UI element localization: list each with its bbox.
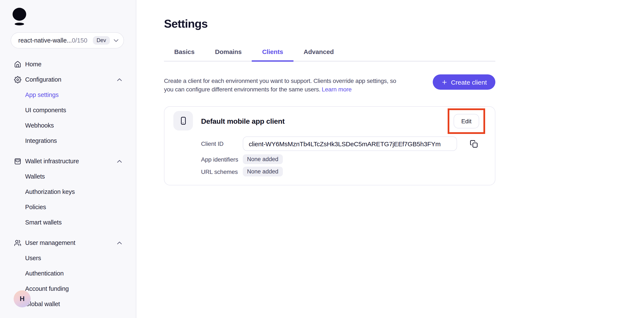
copy-button[interactable] xyxy=(470,140,478,148)
chevron-up-icon[interactable] xyxy=(117,78,122,81)
sidebar-item-webhooks[interactable]: Webhooks xyxy=(0,119,136,132)
clients-description: Create a client for each environment you… xyxy=(164,77,436,94)
app-identifiers-badge: None added xyxy=(243,154,282,164)
sidebar-item-label: Authentication xyxy=(25,270,64,277)
annotation-highlight-box: Edit xyxy=(448,108,485,134)
sidebar-item-label: Account funding xyxy=(25,285,69,292)
sidebar-item-label: Authorization keys xyxy=(25,188,75,195)
privy-logo xyxy=(12,8,27,26)
project-usage: 0/150 xyxy=(72,37,87,44)
url-schemes-row: URL schemes None added xyxy=(201,167,495,176)
create-client-button[interactable]: Create client xyxy=(433,74,495,90)
clients-intro: Create a client for each environment you… xyxy=(164,77,495,94)
sidebar-item-label: Wallets xyxy=(25,173,45,180)
description-line-2: you can configure different environments… xyxy=(164,86,320,92)
user-avatar[interactable]: H xyxy=(14,290,31,307)
sidebar-item-integrations[interactable]: Integrations xyxy=(0,134,136,147)
edit-button[interactable]: Edit xyxy=(454,114,479,128)
tab-domains[interactable]: Domains xyxy=(205,44,252,62)
sidebar-item-label: Home xyxy=(25,61,42,68)
client-card-head: Default mobile app client xyxy=(164,107,495,131)
sidebar-item-wallet-infrastructure[interactable]: Wallet infrastructure xyxy=(0,155,136,167)
client-fields: Client ID App identifiers xyxy=(201,137,495,176)
sidebar-item-ui-components[interactable]: UI components xyxy=(0,104,136,117)
client-id-input[interactable] xyxy=(243,137,457,151)
sidebar-item-smart-wallets[interactable]: Smart wallets xyxy=(0,216,136,229)
sidebar-item-label: Wallet infrastructure xyxy=(25,158,79,164)
home-icon xyxy=(14,61,21,68)
description-line-1: Create a client for each environment you… xyxy=(164,77,396,84)
sidebar-item-label: Webhooks xyxy=(25,122,54,129)
sidebar-item-label: Configuration xyxy=(25,76,61,83)
sidebar-item-user-management[interactable]: User management xyxy=(0,236,136,249)
sidebar-item-authentication[interactable]: Authentication xyxy=(0,267,136,280)
url-schemes-badge: None added xyxy=(243,167,282,176)
sidebar-item-authorization-keys[interactable]: Authorization keys xyxy=(0,185,136,198)
create-client-label: Create client xyxy=(451,78,487,86)
client-id-row: Client ID xyxy=(201,137,495,151)
learn-more-link[interactable]: Learn more xyxy=(322,86,352,92)
tab-clients[interactable]: Clients xyxy=(252,44,294,62)
settings-content: Settings BasicsDomainsClientsAdvanced Cr… xyxy=(164,17,495,185)
sidebar-item-app-settings[interactable]: App settings xyxy=(0,88,136,101)
env-badge: Dev xyxy=(93,36,110,45)
sidebar-item-configuration[interactable]: Configuration xyxy=(0,73,136,86)
page-title: Settings xyxy=(164,17,495,31)
sidebar-item-policies[interactable]: Policies xyxy=(0,201,136,213)
main-area: Settings BasicsDomainsClientsAdvanced Cr… xyxy=(136,0,644,318)
client-card: Default mobile app client Edit Client ID xyxy=(164,106,495,185)
tab-advanced[interactable]: Advanced xyxy=(294,44,344,62)
client-card-title: Default mobile app client xyxy=(201,117,284,126)
sidebar-item-home[interactable]: Home xyxy=(0,58,136,71)
sidebar-item-label: App settings xyxy=(25,91,58,98)
sidebar-item-label: User management xyxy=(25,239,76,246)
sidebar: react-native-walle...0/150 Dev HomeConfi… xyxy=(0,0,136,318)
tab-basics[interactable]: Basics xyxy=(164,44,205,62)
app-identifiers-label: App identifiers xyxy=(201,156,243,162)
sidebar-item-label: Policies xyxy=(25,204,46,210)
wallet-icon xyxy=(14,158,21,165)
sidebar-item-wallets[interactable]: Wallets xyxy=(0,170,136,183)
sidebar-item-label: Integrations xyxy=(25,137,57,144)
chevron-up-icon[interactable] xyxy=(117,160,122,162)
chevron-down-icon xyxy=(114,39,118,42)
app-identifiers-row: App identifiers None added xyxy=(201,154,495,164)
tabs: BasicsDomainsClientsAdvanced xyxy=(164,44,495,62)
app-window: react-native-walle...0/150 Dev HomeConfi… xyxy=(0,0,644,318)
chevron-up-icon[interactable] xyxy=(117,241,122,244)
sidebar-item-label: Users xyxy=(25,255,41,261)
users-icon xyxy=(14,239,21,246)
sidebar-item-label: UI components xyxy=(25,107,66,114)
project-name: react-native-walle... xyxy=(18,37,72,44)
sidebar-item-label: Global wallet xyxy=(25,301,60,307)
client-id-label: Client ID xyxy=(201,140,243,147)
sidebar-item-users[interactable]: Users xyxy=(0,252,136,264)
url-schemes-label: URL schemes xyxy=(201,168,243,175)
project-selector[interactable]: react-native-walle...0/150 Dev xyxy=(11,32,124,48)
sidebar-item-label: Smart wallets xyxy=(25,219,62,226)
smartphone-icon xyxy=(173,111,193,131)
sidebar-nav: HomeConfigurationApp settingsUI componen… xyxy=(0,58,136,310)
plus-icon xyxy=(441,79,448,85)
copy-icon xyxy=(470,140,478,148)
gear-icon xyxy=(14,76,21,83)
